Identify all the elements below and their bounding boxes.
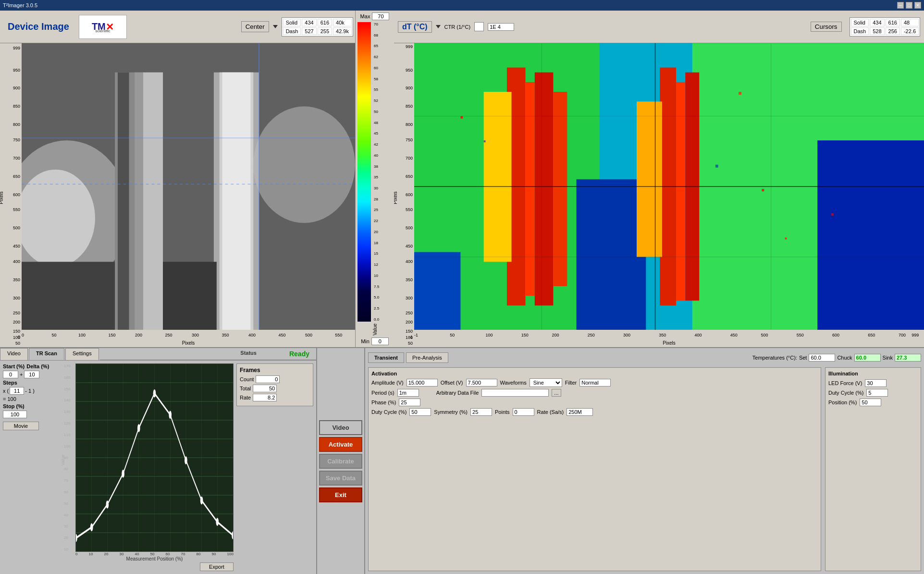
- amplitude-row: Amplitude (V) Offset (V) Waveforms Sine …: [371, 378, 818, 387]
- rate-input[interactable]: [253, 394, 277, 401]
- ctr-input[interactable]: [474, 22, 484, 31]
- min-label: Min: [361, 338, 370, 344]
- center-dropdown-arrow[interactable]: [273, 25, 278, 28]
- position-input[interactable]: [860, 399, 881, 406]
- temps-label: Temperatures (°C):: [752, 355, 797, 361]
- window-controls: ─ □ ✕: [897, 2, 921, 9]
- controls-area: Activation Amplitude (V) Offset (V) Wave…: [368, 367, 921, 571]
- right-header: dT (°C) CTR (1/°C) Cursors Solid 434 616…: [394, 11, 924, 43]
- maximize-button[interactable]: □: [906, 2, 912, 9]
- left-x-axis: 0 50 100 150 200 250 300 350 400 450 500…: [22, 330, 355, 340]
- ctr-label: CTR (1/°C): [444, 24, 471, 30]
- start-delta-header: Start (%) Delta (%): [3, 363, 73, 369]
- illum-duty-input[interactable]: [866, 389, 888, 397]
- steps-label: Steps: [3, 380, 73, 386]
- bottom-tabs: Video TR Scan Settings Status Ready: [0, 348, 316, 361]
- led-force-input[interactable]: [865, 379, 887, 387]
- amplitude-input[interactable]: [407, 379, 438, 387]
- points-label: Points: [495, 409, 510, 415]
- duty-cycle-input[interactable]: [409, 408, 431, 416]
- solid-dash-table: Solid 434 616 40k Dash 527 255 42.9k: [282, 17, 353, 37]
- set-temp-input[interactable]: [809, 354, 835, 362]
- total-input[interactable]: [253, 385, 277, 392]
- points-input[interactable]: [513, 408, 534, 416]
- status-frames-panel: Frames Count Total Rate: [236, 363, 313, 571]
- movie-button[interactable]: Movie: [3, 422, 39, 430]
- led-force-row: LED Force (V): [828, 379, 918, 387]
- left-x-title: Pixels: [22, 340, 355, 347]
- chuck-temp-input[interactable]: [854, 354, 881, 362]
- svg-point-69: [169, 411, 172, 419]
- total-row: Total: [240, 385, 310, 392]
- sink-temp-input[interactable]: [895, 354, 921, 362]
- close-button[interactable]: ✕: [914, 2, 921, 9]
- tab-transient[interactable]: Transient: [368, 352, 404, 363]
- svg-rect-6: [143, 73, 163, 330]
- tab-settings[interactable]: Settings: [65, 348, 99, 360]
- start-input[interactable]: [3, 371, 18, 378]
- right-y-title: Pixels: [394, 191, 398, 204]
- period-input[interactable]: [397, 389, 419, 397]
- top-section: Device Image TM✕ scientific Center Solid…: [0, 11, 924, 347]
- start-delta-row: +: [3, 371, 73, 378]
- svg-rect-10: [22, 262, 115, 330]
- save-data-button[interactable]: Save Data: [319, 471, 362, 486]
- left-y-title: Pixels: [0, 191, 4, 204]
- thermal-image-svg: [414, 43, 924, 330]
- tab-pre-analysis[interactable]: Pre-Analysis: [406, 352, 448, 363]
- ctr-value[interactable]: [488, 23, 514, 31]
- steps-input[interactable]: [10, 387, 24, 395]
- delta-input[interactable]: [24, 371, 39, 378]
- waveforms-select[interactable]: Sine Square Triangle: [530, 378, 562, 387]
- led-force-label: LED Force (V): [828, 380, 862, 386]
- activation-title: Activation: [371, 371, 818, 376]
- illum-duty-label: Duty Cycle (%): [828, 390, 863, 396]
- activate-button[interactable]: Activate: [319, 437, 362, 452]
- max-input[interactable]: [372, 12, 389, 20]
- svg-point-12: [253, 106, 355, 223]
- colorbar-panel: Max 70 68 65 62 60 58 55 52 50 48 45 42: [356, 11, 394, 347]
- cursors-button[interactable]: Cursors: [811, 22, 842, 32]
- center-controls: Center: [241, 21, 278, 32]
- svg-point-68: [153, 389, 156, 398]
- tab-video[interactable]: Video: [0, 348, 28, 360]
- tr-scan-chart: [76, 364, 233, 551]
- export-button[interactable]: Export: [200, 562, 234, 571]
- device-image-title: Device Image: [2, 19, 75, 34]
- video-button[interactable]: Video: [319, 420, 362, 435]
- arb-file-input[interactable]: [481, 389, 549, 397]
- minimize-button[interactable]: ─: [897, 2, 904, 9]
- dt-title: dT (°C): [398, 21, 432, 33]
- phase-input[interactable]: [399, 399, 420, 406]
- svg-rect-20: [414, 252, 460, 330]
- svg-rect-30: [637, 101, 662, 257]
- right-solid-dash-table: Solid 434 616 48 Dash 528 256 -22.6: [850, 17, 920, 37]
- bottom-content: Start (%) Delta (%) + Steps x ( - 1 ): [0, 361, 316, 574]
- chart-area[interactable]: 170 160 150 140 130 120 110 100 90 80 70…: [75, 363, 234, 552]
- device-image-canvas[interactable]: [22, 43, 355, 330]
- svg-rect-42: [831, 213, 834, 216]
- tab-tr-scan[interactable]: TR Scan: [29, 348, 64, 360]
- stop-input[interactable]: [3, 411, 27, 418]
- min-input[interactable]: [371, 337, 389, 345]
- thermal-image-canvas[interactable]: [414, 43, 924, 330]
- filter-input[interactable]: [579, 379, 611, 387]
- position-label: Position (%): [828, 399, 857, 405]
- offset-input[interactable]: [466, 379, 497, 387]
- left-panel: Device Image TM✕ scientific Center Solid…: [0, 11, 356, 347]
- symmetry-input[interactable]: [470, 408, 492, 416]
- filter-label: Filter: [565, 380, 577, 386]
- bottom-right-header: Transient Pre-Analysis Temperatures (°C)…: [368, 351, 921, 364]
- y-tick-999: 999: [13, 46, 20, 50]
- stop-label: Stop (%): [3, 403, 73, 409]
- status-spacer: [263, 348, 283, 360]
- phase-row: Phase (%): [371, 399, 818, 406]
- dt-dropdown-arrow[interactable]: [436, 25, 441, 28]
- arb-file-browse[interactable]: ...: [552, 389, 561, 397]
- center-button[interactable]: Center: [241, 21, 269, 32]
- count-input[interactable]: [256, 375, 280, 383]
- phase-label: Phase (%): [371, 399, 396, 405]
- calibrate-button[interactable]: Calibrate: [319, 454, 362, 469]
- rate-act-input[interactable]: [567, 408, 593, 416]
- exit-button[interactable]: Exit: [319, 487, 362, 502]
